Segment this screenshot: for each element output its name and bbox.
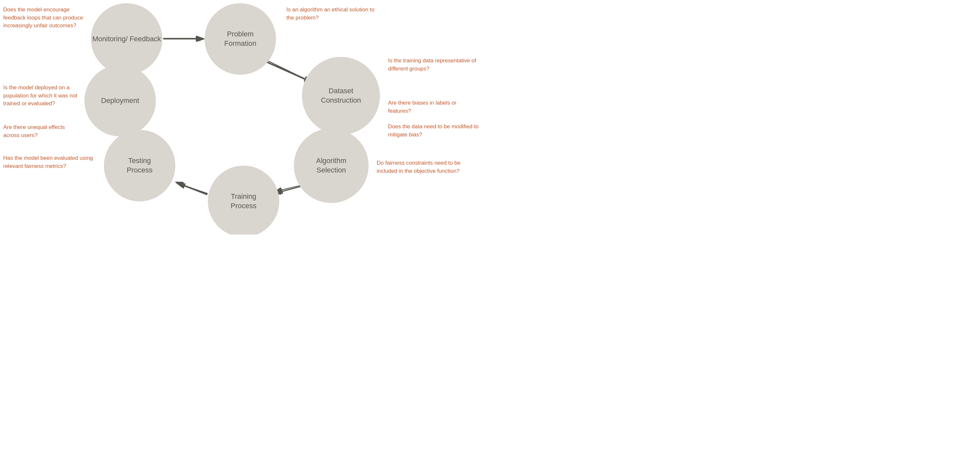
svg-line-15 — [176, 183, 208, 194]
circle-deployment: Deployment — [84, 65, 156, 137]
svg-line-6 — [178, 183, 207, 195]
diagram-container: Monitoring/ Feedback ProblemFormation Da… — [0, 0, 490, 234]
question-fairness-metrics: Has the model been evaluated using relev… — [3, 154, 99, 170]
circle-testing: TestingProcess — [104, 130, 175, 201]
svg-line-14 — [275, 186, 302, 193]
circle-problem: ProblemFormation — [205, 3, 276, 75]
circle-monitoring: Monitoring/ Feedback — [91, 3, 162, 75]
question-data-modified: Does the data need to be modified to mit… — [388, 123, 480, 139]
question-unequal-effects: Are there unequal effects across users? — [3, 123, 81, 139]
circle-training: TrainingProcess — [208, 165, 279, 234]
circle-dataset: DatasetConstruction — [302, 57, 380, 135]
question-training-data-representative: Is the training data representative of d… — [388, 57, 482, 73]
question-ethical-algorithm: Is an algorithm an ethical solution to t… — [286, 6, 377, 22]
question-feedback-loops: Does the model encourage feedback loops … — [3, 6, 86, 30]
svg-line-5 — [274, 185, 302, 192]
circle-deployment-label: Deployment — [101, 96, 139, 106]
circle-problem-label: ProblemFormation — [224, 30, 256, 48]
circle-algorithm: AlgorithmSelection — [294, 128, 369, 203]
question-biases-labels: Are there biases in labels or features? — [388, 99, 480, 115]
question-fairness-constraints: Do fairness constraints need to be inclu… — [377, 159, 477, 175]
circle-training-label: TrainingProcess — [231, 192, 256, 210]
svg-line-11 — [262, 60, 312, 83]
circle-algorithm-label: AlgorithmSelection — [316, 156, 347, 175]
circle-testing-label: TestingProcess — [127, 156, 152, 175]
circle-dataset-label: DatasetConstruction — [321, 86, 361, 105]
question-deployed-population: Is the model deployed on a population fo… — [3, 84, 81, 108]
circle-monitoring-label: Monitoring/ Feedback — [92, 35, 161, 44]
